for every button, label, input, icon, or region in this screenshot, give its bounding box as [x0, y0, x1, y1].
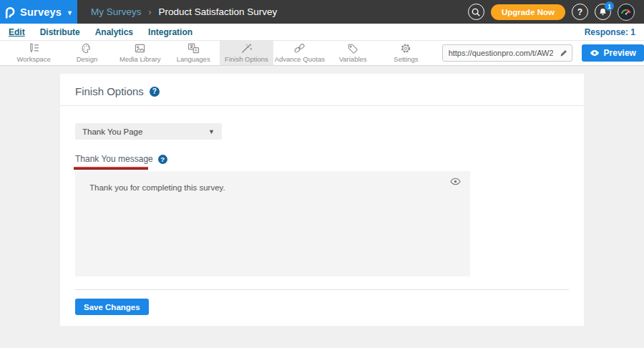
survey-url-box — [442, 44, 572, 62]
survey-url-input[interactable] — [443, 49, 556, 57]
thank-you-message-help-icon[interactable]: ? — [158, 155, 167, 164]
toolbar-item-workspace[interactable]: Workspace — [7, 41, 60, 65]
toolbar-item-finish-options[interactable]: Finish Options — [220, 41, 273, 65]
advance-quotas-chain-icon — [293, 43, 306, 54]
finish-type-value: Thank You Page — [82, 127, 142, 136]
toolbar-label: Variables — [339, 55, 367, 63]
bell-icon[interactable]: 1 — [595, 4, 611, 20]
finish-type-dropdown[interactable]: Thank You Page ▼ — [75, 123, 222, 140]
toolbar-item-advance-quotas[interactable]: Advance Quotas — [273, 41, 326, 65]
tab-integration[interactable]: Integration — [148, 27, 192, 37]
questionpro-logo — [4, 6, 15, 19]
edit-toolbar: Workspace Design Media Library — [0, 41, 644, 66]
toolbar-item-variables[interactable]: Variables — [326, 41, 379, 65]
toolbar-label: Workspace — [16, 55, 50, 63]
toolbar-label: Finish Options — [225, 55, 268, 63]
workspace-icon — [28, 43, 40, 54]
toolbar-label: Design — [77, 55, 98, 63]
toolbar-label: Media Library — [119, 55, 161, 63]
edit-url-pencil-icon[interactable] — [556, 49, 572, 57]
thank-you-message-label: Thank You message — [75, 154, 153, 164]
save-changes-button[interactable]: Save Changes — [75, 299, 149, 315]
breadcrumb-my-surveys[interactable]: My Surveys — [91, 6, 142, 17]
header-actions: Upgrade Now ? 1 — [468, 4, 644, 21]
surveys-product-menu[interactable]: Surveys ▼ — [0, 0, 77, 24]
preview-label: Preview — [604, 48, 636, 58]
help-glyph: ? — [577, 7, 582, 17]
breadcrumb-separator: › — [149, 7, 152, 17]
finish-options-wand-icon — [240, 43, 253, 54]
response-count[interactable]: Response: 1 — [585, 27, 635, 37]
thank-you-message-text[interactable]: Thank you for completing this survey. — [75, 171, 470, 192]
product-menu-label: Surveys — [20, 6, 62, 18]
title-divider — [60, 105, 584, 106]
toolbar-label: Settings — [394, 55, 418, 63]
search-icon[interactable] — [468, 4, 484, 20]
eye-icon — [590, 49, 600, 57]
breadcrumb-current-survey: Product Satisfaction Survey — [159, 6, 278, 17]
notification-badge: 1 — [605, 1, 614, 11]
upgrade-now-button[interactable]: Upgrade Now — [491, 4, 565, 20]
chevron-down-icon: ▼ — [67, 9, 73, 16]
toolbar-item-settings[interactable]: Settings — [379, 41, 432, 65]
thank-you-message-label-row: Thank You message ? — [75, 154, 569, 164]
media-library-icon — [134, 43, 146, 54]
help-icon[interactable]: ? — [572, 4, 588, 20]
settings-gear-icon — [400, 43, 411, 54]
preview-eye-icon[interactable] — [450, 178, 461, 185]
page-title-row: Finish Options ? — [75, 74, 569, 97]
finish-options-panel: Finish Options ? Thank You Page ▼ Thank … — [60, 74, 584, 326]
toolbar-item-design[interactable]: Design — [60, 41, 113, 65]
toolbar-item-media-library[interactable]: Media Library — [114, 41, 167, 65]
tab-distribute[interactable]: Distribute — [40, 27, 80, 37]
finish-options-help-icon[interactable]: ? — [150, 87, 160, 97]
tab-edit[interactable]: Edit — [9, 27, 25, 37]
page-title: Finish Options — [75, 85, 144, 97]
variables-tag-icon — [347, 43, 358, 54]
design-palette-icon — [81, 43, 92, 54]
preview-button[interactable]: Preview — [582, 44, 644, 62]
toolbar-label: Languages — [177, 55, 210, 63]
bottom-divider — [75, 289, 569, 290]
survey-nav: Edit Distribute Analytics Integration Re… — [0, 24, 644, 41]
languages-icon: A — [187, 43, 200, 54]
main-area: Finish Options ? Thank You Page ▼ Thank … — [0, 66, 644, 348]
thank-you-message-editor[interactable]: Thank you for completing this survey. — [75, 171, 470, 276]
toolbar-item-languages[interactable]: A Languages — [167, 41, 220, 65]
tab-analytics[interactable]: Analytics — [95, 27, 133, 37]
avatar[interactable] — [618, 4, 635, 21]
chevron-down-icon: ▼ — [208, 128, 215, 135]
breadcrumb: My Surveys › Product Satisfaction Survey — [91, 6, 277, 17]
top-header: Surveys ▼ My Surveys › Product Satisfact… — [0, 0, 644, 24]
red-annotation-underline — [74, 167, 148, 170]
toolbar-label: Advance Quotas — [275, 55, 325, 63]
